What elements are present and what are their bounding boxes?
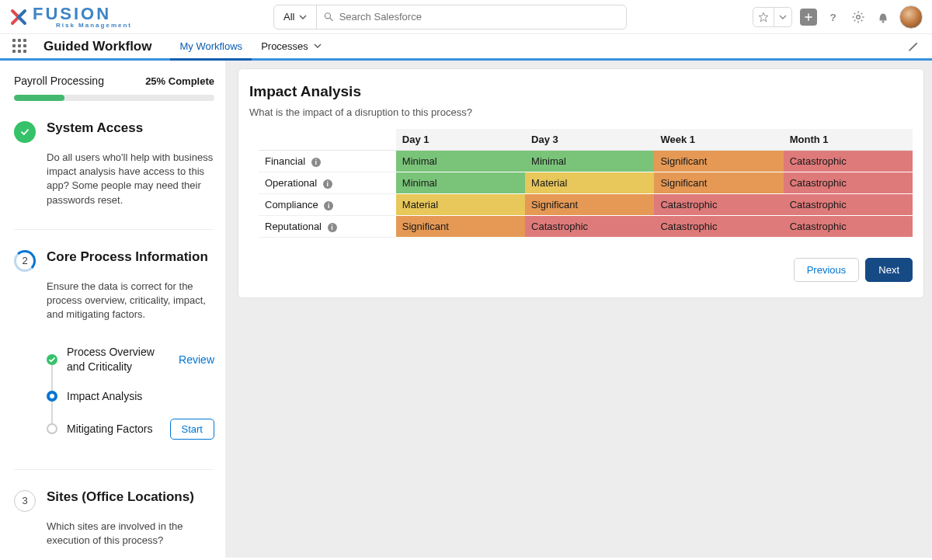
pencil-icon — [907, 40, 920, 53]
step-description: Ensure the data is correct for the proce… — [47, 280, 214, 322]
brand-logo: Fusion Risk Management — [9, 5, 273, 29]
svg-line-1 — [330, 18, 333, 21]
column-header: Month 1 — [784, 129, 913, 151]
svg-point-4 — [882, 20, 885, 23]
step-sites: 3 Sites (Office Locations) Which sites a… — [14, 470, 214, 558]
chevron-down-icon — [299, 13, 307, 21]
step-title: System Access — [47, 120, 143, 136]
user-avatar[interactable] — [899, 5, 923, 29]
impact-cell[interactable]: Material — [525, 172, 654, 194]
impact-row-label: Reputational i — [259, 216, 396, 238]
substep-mitigating-factors[interactable]: Mitigating Factors Start — [47, 411, 214, 447]
card-title: Impact Analysis — [249, 83, 913, 100]
impact-table: Day 1 Day 3 Week 1 Month 1 Financial iMi… — [259, 129, 913, 238]
svg-point-3 — [857, 15, 861, 19]
brand-subtitle: Risk Management — [56, 22, 132, 29]
impact-row-label: Operational i — [259, 172, 396, 194]
impact-cell[interactable]: Catastrophic — [784, 172, 913, 194]
start-button[interactable]: Start — [170, 419, 214, 440]
impact-cell[interactable]: Significant — [396, 216, 525, 238]
chevron-down-icon — [314, 42, 322, 50]
nav-tab-processes[interactable]: Processes — [252, 34, 331, 61]
notifications-button[interactable] — [875, 9, 892, 26]
help-button[interactable]: ? — [825, 9, 842, 26]
review-link[interactable]: Review — [179, 353, 214, 366]
workflow-sidebar: Payroll Processing 25% Complete System A… — [0, 61, 225, 558]
impact-cell[interactable]: Catastrophic — [784, 194, 913, 216]
impact-row: Financial iMinimalMinimalSignificantCata… — [259, 151, 913, 172]
step-title: Core Process Information — [47, 249, 208, 265]
star-icon — [758, 12, 769, 23]
impact-cell[interactable]: Material — [396, 194, 525, 216]
substep-impact-analysis[interactable]: Impact Analysis — [47, 381, 214, 411]
substep-status-dot — [47, 354, 57, 365]
step-title: Sites (Office Locations) — [47, 489, 194, 505]
impact-cell[interactable]: Significant — [654, 172, 783, 194]
logo-icon — [9, 8, 28, 26]
impact-cell[interactable]: Significant — [525, 194, 654, 216]
info-icon[interactable]: i — [311, 158, 321, 167]
substep-status-dot — [47, 391, 57, 402]
svg-point-0 — [325, 13, 331, 19]
impact-cell[interactable]: Minimal — [525, 151, 654, 172]
chevron-down-icon — [779, 13, 787, 21]
impact-row-label: Compliance i — [259, 194, 396, 216]
substep-status-dot — [47, 423, 57, 434]
card-subquestion: What is the impact of a disruption to th… — [249, 106, 913, 118]
impact-cell[interactable]: Catastrophic — [654, 216, 783, 238]
search-input[interactable] — [339, 11, 620, 23]
impact-analysis-card: Impact Analysis What is the impact of a … — [238, 68, 924, 298]
gear-icon — [851, 10, 865, 24]
impact-row-label: Financial i — [259, 151, 396, 172]
info-icon[interactable]: i — [328, 223, 337, 232]
global-search[interactable]: All — [273, 5, 627, 30]
impact-row: Compliance iMaterialSignificantCatastrop… — [259, 194, 913, 216]
question-icon: ? — [826, 10, 840, 24]
impact-cell[interactable]: Catastrophic — [654, 194, 783, 216]
impact-cell[interactable]: Catastrophic — [784, 216, 913, 238]
impact-cell[interactable]: Catastrophic — [784, 151, 913, 172]
step-status-icon — [14, 121, 36, 143]
impact-cell[interactable]: Minimal — [396, 172, 525, 194]
app-launcher-icon[interactable] — [12, 39, 28, 54]
step-system-access: System Access Do all users who'll help w… — [14, 101, 214, 230]
info-icon[interactable]: i — [323, 179, 332, 189]
impact-cell[interactable]: Catastrophic — [525, 216, 654, 238]
column-header: Day 3 — [525, 129, 654, 151]
svg-text:?: ? — [830, 11, 836, 23]
process-name: Payroll Processing — [14, 75, 104, 87]
search-icon — [323, 11, 334, 23]
progress-bar — [14, 95, 214, 101]
next-button[interactable]: Next — [865, 258, 913, 282]
substep-process-overview[interactable]: Process Overview and Criticality Review — [47, 337, 214, 381]
substep-label: Impact Analysis — [67, 389, 214, 403]
global-create-button[interactable] — [800, 9, 817, 26]
search-scope-selector[interactable]: All — [274, 5, 317, 29]
step-number-badge: 3 — [14, 490, 36, 512]
previous-button[interactable]: Previous — [794, 258, 860, 282]
nav-tab-processes-label: Processes — [261, 40, 308, 52]
impact-row: Operational iMinimalMaterialSignificantC… — [259, 172, 913, 194]
substep-label: Process Overview and Criticality — [67, 345, 169, 373]
setup-button[interactable] — [850, 9, 867, 26]
plus-icon — [803, 12, 814, 23]
app-name: Guided Workflow — [43, 39, 151, 54]
column-header: Day 1 — [396, 129, 525, 151]
progress-label: 25% Complete — [145, 75, 214, 87]
edit-page-button[interactable] — [907, 40, 920, 53]
column-header: Week 1 — [654, 129, 783, 151]
favorites-menu[interactable] — [753, 7, 792, 27]
info-icon[interactable]: i — [324, 201, 333, 210]
impact-row: Reputational iSignificantCatastrophicCat… — [259, 216, 913, 238]
nav-tab-my-workflows[interactable]: My Workflows — [170, 34, 252, 61]
step-description: Which sites are involved in the executio… — [47, 520, 214, 548]
brand-name: Fusion — [33, 5, 132, 23]
check-icon — [19, 127, 30, 137]
check-icon — [47, 354, 57, 365]
step-description: Do all users who'll help with business i… — [47, 151, 214, 207]
step-core-process-info: 2 Core Process Information Ensure the da… — [14, 230, 214, 470]
substep-label: Mitigating Factors — [67, 422, 161, 436]
impact-cell[interactable]: Significant — [654, 151, 783, 172]
step-number-badge: 2 — [14, 250, 36, 272]
impact-cell[interactable]: Minimal — [396, 151, 525, 172]
